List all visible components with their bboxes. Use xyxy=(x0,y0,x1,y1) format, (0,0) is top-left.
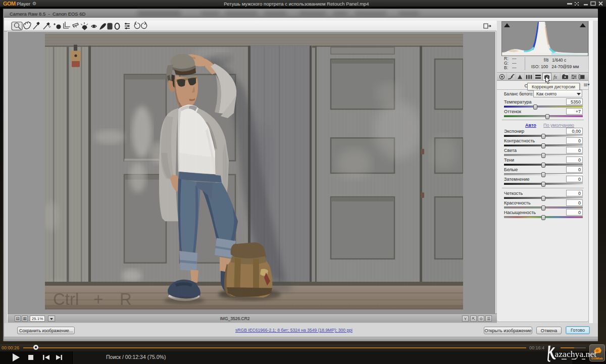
svg-text:azachya.net: azachya.net xyxy=(554,349,596,359)
svg-text:fx: fx xyxy=(553,75,558,80)
